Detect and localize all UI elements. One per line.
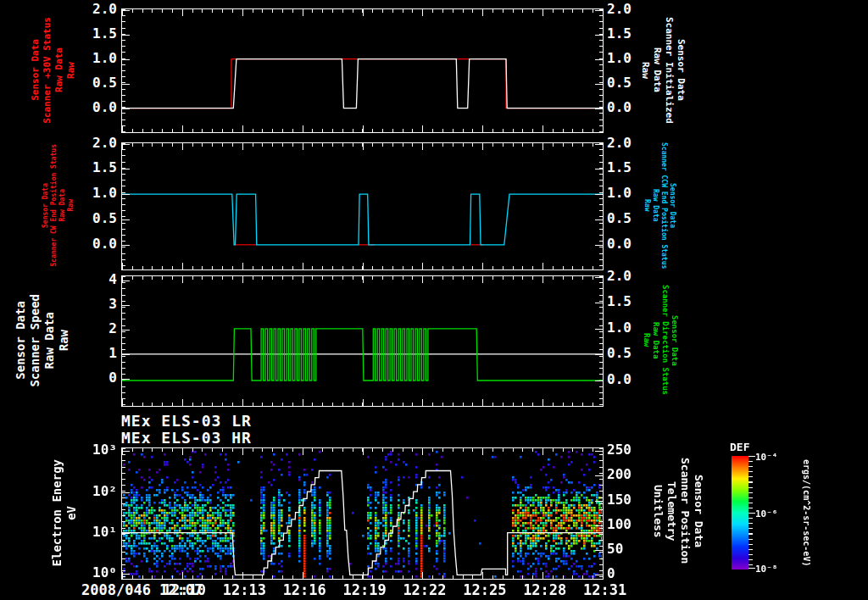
label-line: Scanner Speed <box>28 294 42 387</box>
label-line: Scanner Initialized <box>664 17 675 124</box>
ytick-right-2.0: 2.0 <box>607 269 632 283</box>
series-scanner-ccw-end-position-raw <box>122 194 603 245</box>
ytick-right-0: 0 <box>607 567 615 581</box>
label-line: Raw <box>643 333 651 347</box>
major-tick-right <box>595 10 603 11</box>
major-tick-right <box>595 354 603 355</box>
major-tick-left <box>122 305 130 306</box>
major-tick-right <box>595 475 603 476</box>
figure-root: MEx ELS-03 LR MEx ELS-03 HR 2.01.51.00.5… <box>0 0 868 600</box>
p2-right-axis-label: RawRaw DataScanner CCW End Position Stat… <box>636 142 683 269</box>
panel4-title-lr: MEx ELS-03 LR <box>121 412 252 430</box>
ytick-right-1.0: 1.0 <box>607 321 632 335</box>
label-line: Scanner Position <box>679 458 692 564</box>
ytick-left-0.5: 0.5 <box>81 76 117 90</box>
ytick-right-50: 50 <box>607 542 623 556</box>
ytick-right-2.0: 2.0 <box>607 136 632 150</box>
major-tick-right <box>595 381 603 381</box>
panel-scanner-end-position <box>121 142 604 270</box>
panel3-plot <box>122 276 603 406</box>
series-scanner-position-telemetry <box>122 471 603 575</box>
panel-scanner-30v-status <box>121 8 604 133</box>
label-line: Unitless <box>652 485 665 538</box>
ytick-right-0.0: 0.0 <box>607 373 632 386</box>
major-tick-right <box>595 35 603 36</box>
series-scanner-plus30v-status-raw <box>122 59 603 108</box>
major-tick-left <box>122 533 130 534</box>
major-tick-right <box>595 59 603 60</box>
major-tick-left <box>122 354 130 355</box>
major-tick-left <box>122 35 130 36</box>
ytick-right-150: 150 <box>607 493 632 507</box>
label-line: Raw <box>65 62 76 79</box>
major-tick-right <box>595 84 603 85</box>
ytick-left-0.5: 0.5 <box>81 212 117 225</box>
label-line: Sensor Data <box>42 183 49 228</box>
major-tick-left <box>122 194 130 195</box>
ytick-right-0.5: 0.5 <box>607 76 632 90</box>
ytick-left-2.0: 2.0 <box>81 3 117 16</box>
ytick-right-0.0: 0.0 <box>607 237 632 251</box>
ytick-right-1.5: 1.5 <box>607 161 632 175</box>
ytick-left-4: 4 <box>81 273 117 286</box>
series-scanner-initialized-raw <box>122 59 603 108</box>
label-line: Raw Data <box>42 312 56 369</box>
ytick-right-2.0: 2.0 <box>607 3 632 16</box>
label-line: Raw Data <box>53 47 64 92</box>
colorbar-tick-10⁻⁸: 10⁻⁸ <box>755 564 778 574</box>
label-line: Raw Data <box>58 189 66 222</box>
major-tick-right <box>595 451 603 452</box>
label-line: Scanner CW End Position Status <box>50 144 58 267</box>
major-tick-left <box>122 330 130 331</box>
label-line: Scanner Direction Status <box>661 285 670 395</box>
ytick-left-3: 3 <box>81 297 117 311</box>
major-tick-left <box>122 574 130 575</box>
ytick-left-1: 1 <box>81 347 117 360</box>
colorbar-ticks <box>748 456 753 569</box>
xaxis-label-12:22: 12:22 <box>403 581 446 598</box>
major-tick-left <box>122 492 130 493</box>
major-tick-left <box>122 84 130 85</box>
label-line: Electron Energy <box>50 459 64 566</box>
colorbar-title: DEF <box>730 441 749 453</box>
ytick-left-0: 0 <box>81 371 117 385</box>
p2-left-axis-label: Sensor DataScanner CW End Position Statu… <box>34 142 81 269</box>
ytick-left-1.5: 1.5 <box>81 27 117 41</box>
p3-left-axis-label: Sensor DataScanner SpeedRaw DataRaw <box>10 275 73 405</box>
major-tick-right <box>595 194 603 195</box>
label-line: Raw Data <box>652 189 659 222</box>
label-line: Sensor Data <box>676 39 687 101</box>
ytick-right-1.5: 1.5 <box>607 27 632 41</box>
label-line: Sensor Data <box>669 183 676 228</box>
xaxis-label-12:10: 12:10 <box>163 581 206 598</box>
major-tick-right <box>595 108 603 109</box>
xaxis-label-12:31: 12:31 <box>583 581 626 598</box>
major-tick-left <box>122 219 130 220</box>
ytick-right-0.5: 0.5 <box>607 347 632 360</box>
ytick-right-0.5: 0.5 <box>607 212 632 225</box>
p4-right-axis-label: UnitlessTelemetryScanner PositionSensor … <box>649 442 707 580</box>
colorbar-unit-label: ergs/(cm^2-sr-sec-eV) <box>802 456 811 569</box>
major-tick-left <box>122 108 130 109</box>
ytick-right-1.0: 1.0 <box>607 186 632 200</box>
major-tick-left <box>122 281 130 281</box>
ytick-left-2.0: 2.0 <box>81 136 117 150</box>
ytick-left-10¹: 10¹ <box>81 525 117 539</box>
ytick-left-10²: 10² <box>81 485 117 498</box>
major-tick-left <box>122 10 130 11</box>
panel4-plot <box>122 448 603 579</box>
label-line: Raw <box>67 199 75 211</box>
major-tick-right <box>595 219 603 220</box>
panel-scanner-speed <box>121 275 604 407</box>
major-tick-right <box>595 525 603 526</box>
major-tick-right <box>595 169 603 169</box>
ytick-right-1.0: 1.0 <box>607 52 632 65</box>
major-tick-right <box>595 329 603 330</box>
colorbar <box>732 456 748 569</box>
major-tick-left <box>122 379 130 380</box>
label-line: Telemetry <box>665 481 678 541</box>
major-tick-left <box>122 169 130 169</box>
ytick-right-200: 200 <box>607 468 632 481</box>
xaxis-label-12:13: 12:13 <box>223 581 266 598</box>
xaxis-label-12:25: 12:25 <box>463 581 506 598</box>
